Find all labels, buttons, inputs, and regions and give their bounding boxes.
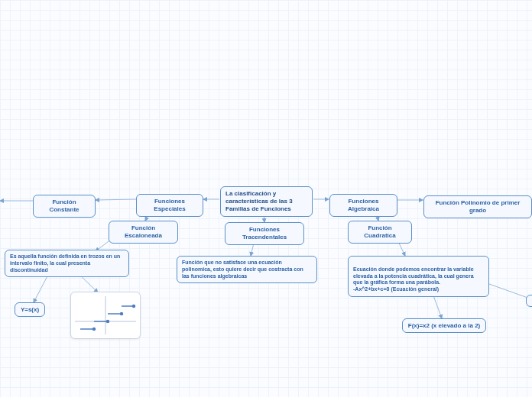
svg-point-9 [133,305,135,308]
node-cuadratica-formula-text: F(x)=x2 (x elevado a la 2) [408,322,481,329]
node-polinomio[interactable]: Función Polinomio de primer grado [423,195,532,218]
node-tracend[interactable]: Funciones Tracendentales [225,222,304,245]
node-offscreen-right[interactable] [526,295,532,307]
node-root[interactable]: La clasificación y características de la… [220,186,313,217]
node-tracend-label: Funciones Tracendentales [242,226,287,240]
node-polinomio-label: Función Polinomio de primer grado [436,199,521,214]
node-algebraica[interactable]: Funciones Algebraica [329,194,397,217]
node-especiales-label: Funciones Especiales [154,198,185,212]
node-cuadratica-label: Función Cuadratica [364,224,395,239]
svg-point-5 [107,321,109,323]
node-escalonada[interactable]: Función Escaloneada [109,221,178,244]
step-graph-icon [71,292,140,338]
node-cuadratica[interactable]: Función Cuadratica [348,221,412,244]
node-cuadratica-desc[interactable]: Ecuación donde podemos encontrar la vari… [348,256,489,297]
node-especiales[interactable]: Funciones Especiales [136,194,203,217]
node-escalonada-desc[interactable]: Es aquella función definida en trozos en… [5,250,129,277]
node-escalonada-thumb[interactable] [70,292,141,339]
node-escalonada-formula-text: Y=s(x) [21,306,39,313]
node-cuadratica-desc-text: Ecuación donde podemos encontrar la vari… [353,266,474,292]
node-tracend-desc[interactable]: Función que no satisface una ecuación po… [177,256,317,283]
node-algebraica-label: Funciones Algebraica [348,198,379,212]
svg-point-3 [93,328,96,331]
svg-point-7 [121,313,123,315]
node-root-label: La clasificación y características de la… [225,190,293,212]
node-cuadratica-formula[interactable]: F(x)=x2 (x elevado a la 2) [402,318,486,333]
node-constante[interactable]: Función Constante [33,195,96,218]
node-escalonada-formula[interactable]: Y=s(x) [15,302,45,317]
node-escalonada-label: Función Escaloneada [125,224,162,239]
node-constante-label: Función Constante [49,198,79,213]
diagram-canvas[interactable]: { "center": "La clasificación y caracter… [0,0,532,397]
node-tracend-desc-text: Función que no satisface una ecuación po… [182,260,303,279]
node-escalonada-desc-text: Es aquella función definida en trozos en… [10,253,120,273]
